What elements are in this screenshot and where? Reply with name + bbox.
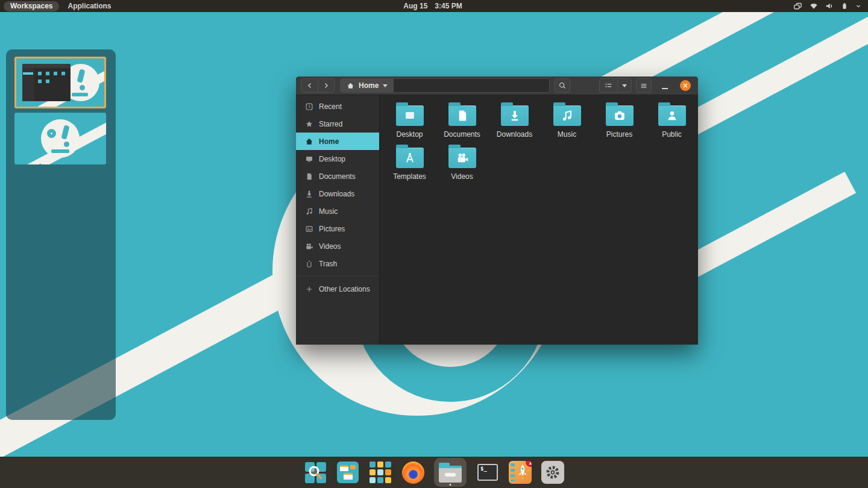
folder-label: Music xyxy=(558,130,576,139)
dock-applications-button[interactable] xyxy=(369,461,392,484)
headerbar: Home xyxy=(296,77,698,95)
minimize-button[interactable] xyxy=(658,78,672,93)
window-menu-button[interactable] xyxy=(636,78,652,93)
network-wifi-icon[interactable] xyxy=(809,1,819,11)
close-icon xyxy=(682,83,688,89)
dock-firefox-button[interactable] xyxy=(401,461,424,484)
clock-date: Aug 15 xyxy=(403,2,427,10)
sidebar-label: Downloads xyxy=(319,190,354,198)
chevron-down-icon[interactable] xyxy=(855,2,862,10)
view-options-button[interactable] xyxy=(617,78,632,93)
system-status-area[interactable] xyxy=(462,1,868,11)
top-bar: Workspaces Applications Aug 15 3:45 PM xyxy=(0,0,868,12)
sidebar-label: Recent xyxy=(319,102,342,111)
sidebar-item-trash[interactable]: Trash xyxy=(296,255,379,272)
home-icon xyxy=(347,82,354,90)
search-button[interactable] xyxy=(555,78,570,93)
folder-templates[interactable]: Templates xyxy=(383,142,436,184)
chevron-right-icon xyxy=(322,81,330,90)
sidebar-label: Documents xyxy=(319,172,356,181)
sidebar-label: Music xyxy=(319,207,338,216)
workspace-thumbnail-1[interactable] xyxy=(14,57,106,108)
mini-exclamation xyxy=(61,125,69,139)
view-list-button[interactable] xyxy=(599,78,617,93)
sidebar-item-documents[interactable]: Documents xyxy=(296,167,379,185)
search-icon xyxy=(558,81,567,90)
magnifier-icon xyxy=(307,464,324,481)
sidebar-label: Trash xyxy=(319,260,337,268)
compass-emblem-icon xyxy=(403,151,417,164)
dock-workspaces-button[interactable] xyxy=(336,461,359,484)
pop-shop-icon: 1 xyxy=(509,461,532,484)
sidebar-label: Other Locations xyxy=(319,285,370,293)
path-segment-home[interactable]: Home xyxy=(341,79,394,92)
app-grid-icon xyxy=(370,461,391,483)
document-icon xyxy=(305,172,313,181)
files-icon xyxy=(439,466,462,483)
running-indicator-dot xyxy=(450,484,451,486)
forward-button[interactable] xyxy=(318,78,335,93)
mini-exclamation-dot xyxy=(64,142,69,147)
clock-button[interactable]: Aug 15 3:45 PM xyxy=(403,2,462,10)
folder-label: Public xyxy=(662,130,682,139)
sidebar-item-music[interactable]: Music xyxy=(296,202,379,220)
mini-folder-row xyxy=(38,80,51,83)
path-location-label: Home xyxy=(359,81,379,90)
folder-label: Pictures xyxy=(606,130,632,139)
folder-pictures[interactable]: Pictures xyxy=(593,100,646,142)
volume-icon[interactable] xyxy=(825,1,834,11)
download-icon xyxy=(305,190,313,198)
workspace-1-window-preview xyxy=(22,64,71,101)
workspace-thumbnail-2[interactable] xyxy=(14,113,106,164)
chevron-left-icon xyxy=(306,81,314,90)
folder-documents[interactable]: Documents xyxy=(436,100,488,142)
sidebar-label: Home xyxy=(319,137,339,146)
workspaces-button[interactable]: Workspaces xyxy=(4,1,59,11)
mini-folder-row xyxy=(38,72,67,75)
sidebar-item-home[interactable]: Home xyxy=(296,133,379,150)
folder-label: Desktop xyxy=(396,130,423,139)
terminal-prompt-glyph: $_ xyxy=(480,466,487,472)
folder-desktop[interactable]: Desktop xyxy=(383,100,436,142)
workspaces-icon xyxy=(337,461,359,483)
applications-button[interactable]: Applications xyxy=(68,2,111,10)
mini-selected-row xyxy=(23,72,33,75)
sidebar-item-downloads[interactable]: Downloads xyxy=(296,185,379,202)
recent-clock-icon xyxy=(305,102,313,111)
picture-icon xyxy=(305,225,313,233)
folder-downloads[interactable]: Downloads xyxy=(488,100,541,142)
location-entry[interactable] xyxy=(394,79,549,92)
folder-icon xyxy=(606,105,634,126)
sidebar-label: Videos xyxy=(319,242,341,251)
list-view-icon xyxy=(604,81,613,90)
window-switcher-icon[interactable] xyxy=(793,1,803,11)
dock-launcher-button[interactable] xyxy=(304,461,327,484)
battery-icon[interactable] xyxy=(840,1,849,11)
back-button[interactable] xyxy=(301,78,318,93)
sidebar-item-other-locations[interactable]: Other Locations xyxy=(296,280,379,298)
folder-videos[interactable]: Videos xyxy=(436,142,488,184)
sidebar-separator xyxy=(296,276,379,277)
document-emblem-icon xyxy=(456,109,469,122)
dock-files-button[interactable] xyxy=(434,458,467,487)
sidebar-item-recent[interactable]: Recent xyxy=(296,98,379,115)
video-camera-icon xyxy=(305,242,313,251)
view-caret-icon xyxy=(622,84,627,87)
workspaces-icon-window xyxy=(350,465,356,469)
sidebar-item-pictures[interactable]: Pictures xyxy=(296,220,379,237)
sidebar-item-desktop[interactable]: Desktop xyxy=(296,150,379,167)
sidebar-item-videos[interactable]: Videos xyxy=(296,237,379,255)
folder-public[interactable]: Public xyxy=(646,100,698,142)
sidebar-item-starred[interactable]: Starred xyxy=(296,115,379,133)
dock-terminal-button[interactable]: $_ xyxy=(476,461,499,484)
screen-emblem-icon xyxy=(403,109,417,122)
sidebar-label: Starred xyxy=(319,120,342,128)
close-button[interactable] xyxy=(680,80,691,91)
dock-pop-shop-button[interactable]: 1 xyxy=(509,461,532,484)
folder-grid: Desktop Documents Downloads xyxy=(380,95,698,345)
sidebar: Recent Starred Home Desktop xyxy=(296,95,380,345)
folder-label: Documents xyxy=(444,130,480,139)
folder-music[interactable]: Music xyxy=(541,100,593,142)
folder-icon xyxy=(448,105,476,126)
dock-settings-button[interactable] xyxy=(541,461,564,484)
